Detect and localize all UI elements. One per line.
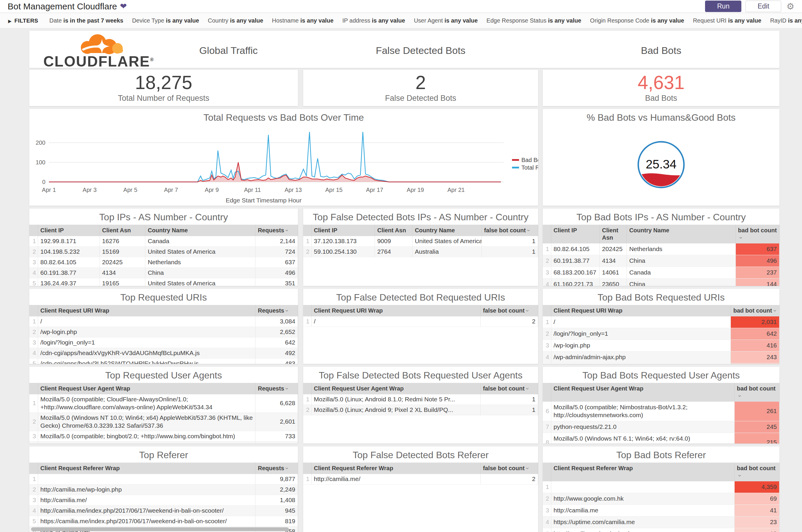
cell: 2,652 (255, 327, 298, 337)
filter-item[interactable]: User Agent is any value (414, 17, 478, 24)
row-number: 2 (29, 484, 38, 495)
column-header: Client Asn (100, 225, 145, 236)
svg-text:100: 100 (36, 159, 45, 166)
data-table: Client IPClient AsnCountry Namefalse bot… (303, 225, 538, 257)
filter-item[interactable]: Edge Response Status is any value (486, 17, 581, 24)
cell: 80.82.64.105 (38, 257, 100, 267)
cell: 202425 (599, 244, 627, 255)
section-title-false-detected-bots: False Detected Bots (339, 45, 503, 56)
cell: 1 (481, 236, 538, 246)
horizontal-scrollbar[interactable] (31, 527, 289, 531)
row-number: 5 (543, 528, 551, 532)
cell: / (38, 317, 255, 327)
data-table: Client Request User Agent WrapRequests›1… (29, 383, 298, 443)
cell: Australia (413, 246, 481, 257)
sortable-column-header[interactable]: Requests› (255, 305, 298, 317)
gear-icon[interactable]: ⚙ (786, 1, 795, 12)
sort-caret-icon: › (524, 387, 531, 390)
tile-top-user-agents: Top Requested User AgentsClient Request … (29, 367, 298, 443)
expand-arrow-icon: ▶ (8, 19, 12, 23)
row-number: 4 (29, 348, 38, 358)
edit-button[interactable]: Edit (745, 1, 781, 12)
cell: Netherlands (145, 257, 255, 267)
gauge-tile: % Bad Bots vs Humans&Good Bots 25.34 (543, 109, 780, 206)
table-row: 461.160.221.7323650China144 (543, 278, 780, 286)
cell: 496 (255, 267, 298, 278)
tile-top-bad-bot-user-agents: Top Bad Bots Requested User AgentsClient… (543, 367, 780, 443)
kpi-value: 18,275 (135, 73, 192, 93)
header-band: CLOUDFLARE® Global Traffic False Detecte… (29, 31, 780, 68)
svg-text:Edge Start Timestamp Hour: Edge Start Timestamp Hour (226, 197, 301, 204)
cell: 15169 (100, 246, 145, 257)
sortable-column-header[interactable]: bad bot count› (731, 305, 780, 317)
cell: / (551, 317, 731, 328)
sortable-column-header[interactable]: false bot count› (480, 305, 538, 317)
row-number: 4 (543, 278, 551, 286)
cell: http://camilia.me/index.php/2017/06/17/w… (38, 505, 255, 516)
cell: Mozilla/5.0 (Windows NT 10.0; Win64; x64… (38, 413, 255, 431)
sortable-column-header[interactable]: Requests› (255, 462, 298, 474)
table-row: 1192.99.8.17116276Canada2,144 (29, 236, 298, 246)
filter-item[interactable]: Device Type is any value (132, 17, 199, 24)
column-header: Client IP (551, 225, 599, 244)
sortable-column-header[interactable]: bad bot count› (734, 383, 779, 402)
cell: http://www.google.com.hk (551, 493, 734, 505)
column-header (303, 383, 311, 394)
filter-item[interactable]: IP address is any value (342, 17, 405, 24)
table-row: 3http://camilia.me/1,408 (29, 495, 298, 505)
filters-toggle[interactable]: ▶FILTERS (8, 18, 38, 24)
kpi-value: 2 (415, 73, 426, 93)
row-number: 1 (29, 236, 38, 246)
row-number: 4 (29, 505, 38, 516)
sortable-column-header[interactable]: bad bot count› (736, 225, 779, 244)
sortable-column-header[interactable]: Requests› (255, 383, 298, 394)
cell: 202425 (100, 257, 145, 267)
cell: 60.191.38.77 (38, 267, 100, 278)
cell: 2 (480, 474, 538, 484)
filter-list: Date is in the past 7 weeksDevice Type i… (50, 17, 802, 24)
svg-text:Total Requests: Total Requests (521, 164, 538, 171)
cell: 492 (255, 348, 298, 358)
cell: 351 (255, 278, 298, 286)
sortable-column-header[interactable]: false bot count› (480, 383, 538, 394)
cell: /wp-admin/admin-ajax.php (551, 351, 731, 363)
svg-text:Bad Bots: Bad Bots (521, 157, 538, 163)
kpi-bad-bots: 4,631 Bad Bots (543, 70, 780, 106)
cell: 144 (736, 278, 779, 286)
filter-item[interactable]: Request URI is any value (693, 17, 761, 24)
sort-caret-icon: › (524, 310, 531, 312)
filter-item[interactable]: Origin Response Code is any value (590, 17, 684, 24)
cell: https://uptime.com/camilia.me (551, 516, 734, 528)
cell: 14061 (599, 267, 627, 278)
table-row: 2104.198.5.23215169United States of Amer… (29, 246, 298, 257)
cell: 18 (734, 528, 779, 532)
sortable-column-header[interactable]: false bot count› (480, 462, 538, 474)
row-number: 2 (543, 328, 551, 340)
cell (38, 441, 255, 443)
column-header: Client Asn (375, 225, 412, 236)
sortable-column-header[interactable]: bad bot count› (734, 462, 779, 481)
table-row: 259.100.254.1302764Australia1 (303, 246, 538, 257)
column-header: Country Name (145, 225, 255, 236)
table-row: 1Mozilla/5.0 (compatible; CloudFlare-Alw… (29, 394, 298, 413)
cell: 4,359 (734, 481, 779, 493)
run-button[interactable]: Run (705, 1, 741, 12)
cell: 60.191.38.77 (551, 255, 599, 267)
filter-item[interactable]: Hostname is any value (272, 17, 333, 24)
filter-item[interactable]: RayID is any value (770, 17, 802, 24)
svg-text:Apr 9: Apr 9 (205, 187, 219, 193)
table-row: 3/wp-login.php416 (543, 340, 780, 351)
cell: 69 (734, 493, 779, 505)
data-table: Client Request Referer Wrapbad bot count… (543, 462, 780, 532)
tile-top-false-bot-ips: Top False Detected Bots IPs - AS Number … (303, 209, 538, 286)
data-table: Client Request Referer Wrapfalse bot cou… (303, 462, 538, 484)
column-header: Country Name (413, 225, 481, 236)
sortable-column-header[interactable]: false bot count› (481, 225, 538, 236)
column-header: Client Request URI Wrap (38, 305, 255, 317)
sortable-column-header[interactable]: Requests› (255, 225, 298, 236)
cell: 16276 (100, 236, 145, 246)
cell: Canada (145, 236, 255, 246)
filter-item[interactable]: Date is in the past 7 weeks (50, 17, 123, 24)
filter-item[interactable]: Country is any value (208, 17, 263, 24)
row-number: 5 (29, 516, 38, 527)
